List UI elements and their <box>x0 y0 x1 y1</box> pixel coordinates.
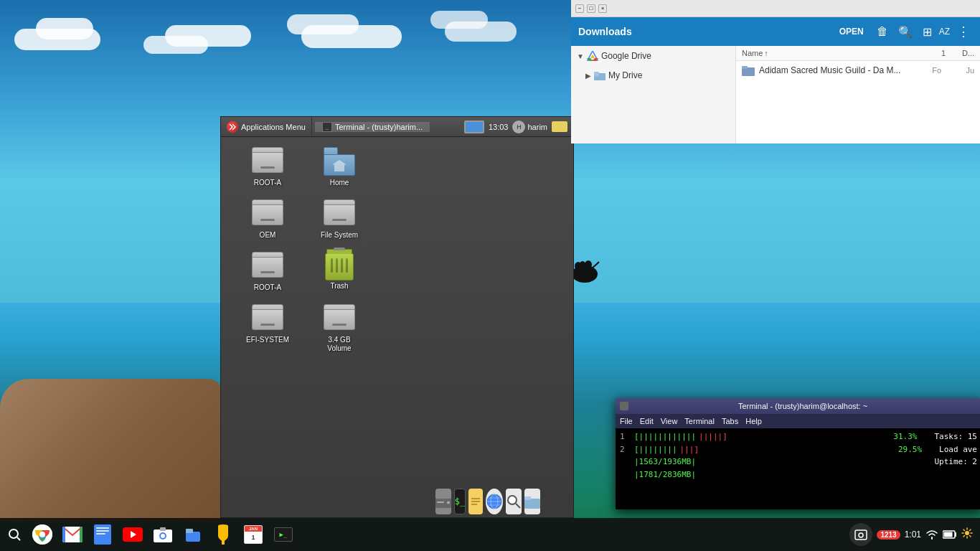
close-btn[interactable]: × <box>598 4 607 13</box>
taskbar-chrome-btn[interactable] <box>29 521 56 548</box>
fm-search-button[interactable]: 🔍 <box>895 22 915 42</box>
terminal-close[interactable] <box>620 402 628 410</box>
fm-menu-button[interactable]: ⋮ <box>954 21 973 42</box>
icon-volume[interactable]: 3.4 GBVolume <box>307 301 372 356</box>
dock-terminal-icon[interactable]: $_ <box>454 489 466 514</box>
svg-rect-20 <box>62 527 65 542</box>
line-bars-red-1: |||||] <box>699 430 727 443</box>
svg-rect-45 <box>435 495 451 499</box>
svg-point-3 <box>575 262 582 270</box>
taskbar-keep-btn[interactable] <box>209 521 237 548</box>
icon-oem[interactable]: OEM <box>235 197 300 242</box>
xfce-top-panel: Applications Menu _ Terminal - (trusty)h… <box>221 117 573 137</box>
menu-terminal[interactable]: Terminal <box>684 417 715 425</box>
grid-view-button[interactable]: ⊞ <box>920 22 935 42</box>
desktop-switcher[interactable] <box>464 121 484 133</box>
line-load: Load ave <box>939 443 977 456</box>
svg-rect-60 <box>524 496 531 500</box>
taskbar-terminal-btn[interactable]: ▶_ <box>270 521 297 548</box>
battery-icon <box>943 529 957 540</box>
line-bars-1: [|||||||||||| <box>634 430 696 443</box>
row-col3: Ju <box>946 66 974 75</box>
terminal-body[interactable]: 1 [|||||||||||| |||||] 31.3% Tasks: 15 2… <box>616 428 980 509</box>
my-drive-label: My Drive <box>608 70 642 80</box>
taskbar-youtube-btn[interactable] <box>119 521 146 548</box>
mem-line-2: |1781/2836MB| <box>634 468 696 481</box>
fm-toolbar-actions: OPEN 🗑 🔍 ⊞ AZ ⋮ <box>834 21 973 42</box>
minimize-btn[interactable]: − <box>575 4 584 13</box>
taskbar-calendar-btn[interactable]: JAN 1 <box>240 521 267 548</box>
svg-rect-21 <box>80 527 83 542</box>
menu-view[interactable]: View <box>661 417 678 425</box>
svg-rect-59 <box>524 499 540 509</box>
terminal-taskbar-btn[interactable]: _ Terminal - (trusty)harim... <box>315 122 430 132</box>
icon-file-system[interactable]: File System <box>307 197 372 242</box>
open-button[interactable]: OPEN <box>834 24 870 39</box>
terminal-icon-small: _ <box>322 122 332 132</box>
svg-marker-8 <box>590 55 595 58</box>
menu-edit[interactable]: Edit <box>640 417 654 425</box>
terminal-line-3: |1563/1936MB| Uptime: 2 <box>620 456 977 468</box>
svg-line-42 <box>970 529 971 531</box>
terminal-tab-label: Terminal - (trusty)harim... <box>335 123 423 131</box>
username-label: harim <box>527 123 547 131</box>
taskbar-docs-btn[interactable] <box>89 521 116 548</box>
svg-point-46 <box>447 501 450 504</box>
taskbar-camera-btn[interactable] <box>149 521 176 548</box>
row-name: Adidam Sacred Music Guild - Da M... <box>759 65 915 75</box>
bottom-taskbar: JAN 1 ▶_ 1213 1:01 <box>0 518 980 551</box>
screenshot-btn[interactable] <box>849 523 872 546</box>
window-buttons: − □ × <box>575 4 607 13</box>
svg-line-41 <box>970 536 971 537</box>
icon-root-a-1[interactable]: ROOT-A <box>235 144 300 189</box>
svg-line-40 <box>963 529 965 531</box>
applications-menu-btn[interactable]: Applications Menu <box>221 117 312 136</box>
icon-label-root-a-2: ROOT-A <box>254 283 281 291</box>
terminal-line-4: |1781/2836MB| <box>620 468 977 481</box>
menu-help[interactable]: Help <box>745 417 762 425</box>
dock-globe-icon[interactable] <box>486 489 503 514</box>
name-column-header: Name ↑ <box>742 49 924 57</box>
svg-rect-27 <box>186 532 200 542</box>
icon-home[interactable]: Home <box>307 144 372 189</box>
icon-efi[interactable]: EFI-SYSTEM <box>235 301 300 356</box>
svg-rect-34 <box>944 532 953 537</box>
dock-search-icon[interactable] <box>506 489 522 514</box>
dock-notes-icon[interactable] <box>468 489 483 514</box>
brightness-icon[interactable] <box>961 527 973 542</box>
hdd-icon-volume <box>324 304 355 333</box>
maximize-btn[interactable]: □ <box>587 4 595 13</box>
hdd-icon-root-a-2 <box>252 252 283 281</box>
icon-label-oem: OEM <box>260 231 276 239</box>
delete-button[interactable]: 🗑 <box>874 22 891 41</box>
icon-root-a-2[interactable]: ROOT-A <box>235 249 300 294</box>
taskbar-search-btn[interactable] <box>1 522 27 547</box>
taskbar-gmail-btn[interactable] <box>59 521 86 548</box>
my-drive-folder-icon <box>594 70 606 80</box>
sidebar-my-drive[interactable]: ▶ My Drive <box>571 66 735 85</box>
taskbar-files-btn[interactable] <box>179 521 207 548</box>
terminal-titlebar: Terminal - (trusty)harim@localhost: ~ <box>616 398 980 414</box>
xfce-window: Applications Menu _ Terminal - (trusty)h… <box>220 116 574 518</box>
menu-tabs[interactable]: Tabs <box>722 417 738 425</box>
dock-hdd-icon[interactable] <box>435 489 451 514</box>
file-manager-window: − □ × Downloads OPEN 🗑 🔍 ⊞ AZ ⋮ ▼ <box>571 0 980 143</box>
svg-point-31 <box>859 533 863 537</box>
fm-sidebar: ▼ Google Drive ▶ <box>571 46 736 143</box>
svg-rect-26 <box>160 527 166 531</box>
svg-rect-47 <box>437 501 444 503</box>
sidebar-google-drive[interactable]: ▼ Google Drive <box>571 46 735 66</box>
svg-point-57 <box>508 496 517 504</box>
taskbar-right: 1213 1:01 <box>849 523 979 546</box>
icon-trash[interactable]: Trash <box>307 249 372 294</box>
trash-icon <box>324 249 355 281</box>
sort-arrow: ↑ <box>764 49 768 57</box>
folder-icon-home <box>324 147 355 176</box>
dock-files-icon[interactable] <box>524 489 540 514</box>
fm-content-row[interactable]: Adidam Sacred Music Guild - Da M... Fo J… <box>736 61 980 80</box>
svg-line-58 <box>516 504 520 508</box>
menu-file[interactable]: File <box>620 417 633 425</box>
drive-expand-arrow: ▼ <box>577 52 584 60</box>
fm-toolbar: Downloads OPEN 🗑 🔍 ⊞ AZ ⋮ <box>571 17 980 46</box>
wifi-icon[interactable] <box>925 529 938 540</box>
